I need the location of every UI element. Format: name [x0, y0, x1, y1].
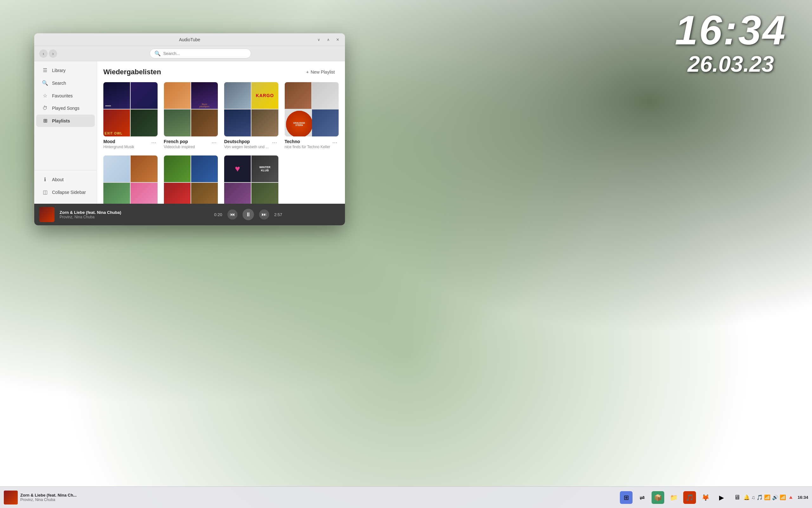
sidebar-label-library: Library [52, 68, 66, 73]
playlist-name-mood: Mood [103, 139, 134, 144]
playlist-more-french[interactable]: ⋯ [210, 139, 218, 146]
playlist-footer-french: French pop Videoclub inspired ⋯ [164, 139, 218, 149]
maximize-button[interactable]: ∧ [325, 36, 332, 43]
nav-buttons: ‹ › [39, 49, 57, 58]
playlist-artwork-techno: GRAUSIGESTERN [285, 82, 339, 136]
playlist-card-french-pop[interactable]: fleursplastiques French pop [164, 82, 218, 149]
playlist-footer-techno: Techno nice finds für Techno Keller ⋯ [285, 139, 339, 149]
pause-button[interactable]: ⏸ [243, 209, 254, 220]
taskbar-icon-files[interactable]: 📁 [667, 491, 680, 504]
taskbar-icon-package[interactable]: 📦 [652, 491, 664, 504]
star-icon: ☆ [42, 93, 48, 99]
playlist-desc-french: Videoclub inspired [164, 145, 195, 149]
content-header: Wiedergabelisten + New Playlist [103, 68, 339, 77]
sidebar: ☰ Library 🔍 Search ☆ Favourites ⏱ Played… [34, 61, 97, 204]
taskbar-icon-display[interactable]: 🖥 [731, 491, 744, 504]
titlebar-controls: ∨ ∧ ✕ [315, 36, 341, 43]
playlist-card-mood[interactable]: ▬▬ EXIT OWL Mood [103, 82, 157, 149]
sidebar-item-favourites[interactable]: ☆ Favourites [36, 89, 95, 102]
sidebar-item-collapse[interactable]: ◫ Collapse Sidebar [36, 186, 95, 198]
playlist-name-deutschpop: Deutschpop [224, 139, 269, 144]
playlist-more-techno[interactable]: ⋯ [331, 139, 339, 146]
clock-time: 16:34 [675, 9, 787, 51]
playlist-more-deutschpop[interactable]: ⋯ [271, 139, 278, 146]
player-total-time: 2:57 [274, 212, 282, 217]
search-bar[interactable]: 🔍 [150, 48, 251, 58]
taskbar-icon-terminal[interactable]: ▶ [715, 491, 728, 504]
playlist-card-techno[interactable]: GRAUSIGESTERN Techno nice finds für Tech… [285, 82, 339, 149]
sidebar-nav: ☰ Library 🔍 Search ☆ Favourites ⏱ Played… [34, 64, 97, 170]
minimize-button[interactable]: ∨ [315, 36, 322, 43]
sidebar-item-playlists[interactable]: ⊞ Playlists [36, 115, 95, 127]
app-title: AudioTube [179, 37, 200, 42]
new-playlist-label: New Playlist [311, 70, 335, 75]
sidebar-item-search[interactable]: 🔍 Search [36, 77, 95, 89]
app-body: ☰ Library 🔍 Search ☆ Favourites ⏱ Played… [34, 61, 345, 204]
plus-icon: + [306, 70, 309, 75]
sidebar-label-playlists: Playlists [52, 118, 70, 123]
previous-track-button[interactable]: ⏮ [227, 209, 237, 220]
back-button[interactable]: ‹ [39, 49, 48, 58]
playlist-more-mood[interactable]: ⋯ [150, 139, 157, 146]
sidebar-item-about[interactable]: ℹ About [36, 173, 95, 185]
taskbar-song-info: Zorn & Liebe (feat. Nina Ch... Provinz, … [20, 493, 77, 502]
playlist-artwork-party: ♥ WINTERKLUB [224, 156, 278, 204]
player-artist: Provinz, Nina Chuba [60, 215, 151, 219]
taskbar-song-title: Zorn & Liebe (feat. Nina Ch... [20, 493, 77, 498]
titlebar: AudioTube ∨ ∧ ✕ [34, 33, 345, 46]
playlist-artwork-mood: ▬▬ EXIT OWL [103, 82, 157, 136]
desktop-clock: 16:34 26.03.23 [675, 9, 787, 77]
main-content: Wiedergabelisten + New Playlist ▬▬ [97, 61, 345, 204]
playlist-card-indie-era[interactable]: indie era Saint Motel etc. ⋯ [164, 156, 218, 204]
taskbar-right: 🔔 ♫ 🎵 📶 🔊 📶 🔺 16:34 [744, 494, 808, 500]
playlist-artwork-french: fleursplastiques [164, 82, 218, 136]
clock-icon: ⏱ [42, 105, 48, 111]
taskbar-icon-grid[interactable]: ⊞ [620, 491, 632, 504]
new-playlist-button[interactable]: + New Playlist [302, 68, 339, 77]
taskbar-icon-music[interactable]: 🎵 [683, 491, 696, 504]
search-input[interactable] [163, 51, 246, 56]
sidebar-bottom: ℹ About ◫ Collapse Sidebar [34, 170, 97, 201]
forward-button[interactable]: › [49, 49, 57, 58]
search-sidebar-icon: 🔍 [42, 80, 48, 86]
taskbar-time: 16:34 [798, 495, 808, 500]
sidebar-label-collapse: Collapse Sidebar [52, 190, 86, 195]
search-icon: 🔍 [154, 50, 161, 56]
system-tray-icons: 🔔 ♫ 🎵 📶 🔊 📶 🔺 [744, 494, 794, 500]
playlist-card-study[interactable]: s t u d y lofi zum lernen ⋯ [103, 156, 157, 204]
taskbar-center: ⊞ ⇌ 📦 📁 🎵 🦊 ▶ 🖥 [620, 491, 744, 504]
playlist-desc-mood: Hintergrund Musik [103, 145, 134, 149]
player-song-title: Zorn & Liebe (feat. Nina Chuba) [60, 210, 151, 215]
collapse-icon: ◫ [42, 189, 48, 195]
sidebar-item-library[interactable]: ☰ Library [36, 64, 95, 77]
playlist-artwork-study [103, 156, 157, 204]
taskbar: Zorn & Liebe (feat. Nina Ch... Provinz, … [0, 486, 812, 508]
playlist-card-deutschpop[interactable]: KARGO Deutschpop Von wegen liesbeth und … [224, 82, 278, 149]
taskbar-icon-arrows[interactable]: ⇌ [636, 491, 649, 504]
taskbar-left: Zorn & Liebe (feat. Nina Ch... Provinz, … [4, 491, 620, 505]
taskbar-song-thumb [4, 491, 18, 505]
next-track-button[interactable]: ⏭ [259, 209, 269, 220]
player-bar: Zorn & Liebe (feat. Nina Chuba) Provinz,… [34, 204, 345, 225]
library-icon: ☰ [42, 67, 48, 73]
playlist-artwork-indie [164, 156, 218, 204]
playlist-name-techno: Techno [285, 139, 330, 144]
close-button[interactable]: ✕ [334, 36, 341, 43]
playlist-footer-deutschpop: Deutschpop Von wegen liesbeth und ... ⋯ [224, 139, 278, 149]
info-icon: ℹ [42, 176, 48, 182]
sidebar-label-about: About [52, 177, 64, 182]
player-thumbnail [39, 207, 54, 222]
sidebar-label-search: Search [52, 81, 66, 86]
playlist-desc-deutschpop: Von wegen liesbeth und ... [224, 145, 269, 149]
playlist-artwork-deutschpop: KARGO [224, 82, 278, 136]
playlist-desc-techno: nice finds für Techno Keller [285, 145, 330, 149]
searchbar-area: ‹ › 🔍 [34, 46, 345, 61]
sidebar-label-played-songs: Played Songs [52, 105, 79, 111]
player-elapsed-time: 0:20 [214, 212, 222, 217]
sidebar-label-favourites: Favourites [52, 93, 73, 98]
app-window: AudioTube ∨ ∧ ✕ ‹ › 🔍 ☰ Library [34, 33, 345, 225]
playlist-card-party[interactable]: ♥ WINTERKLUB [224, 156, 278, 204]
sidebar-item-played-songs[interactable]: ⏱ Played Songs [36, 102, 95, 114]
taskbar-icon-browser[interactable]: 🦊 [699, 491, 712, 504]
player-song-info: Zorn & Liebe (feat. Nina Chuba) Provinz,… [60, 210, 151, 219]
